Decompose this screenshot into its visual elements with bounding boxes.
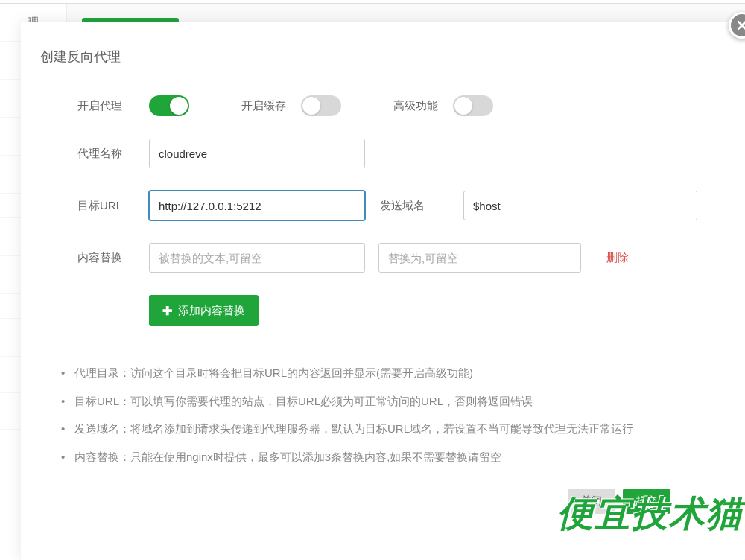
help-item-directory: 代理目录：访问这个目录时将会把目标URL的内容返回并显示(需要开启高级功能) bbox=[55, 363, 708, 383]
help-item-replace: 内容替换：只能在使用nginx时提供，最多可以添加3条替换内容,如果不需要替换请… bbox=[55, 448, 708, 467]
url-row: 目标URL 发送域名 bbox=[77, 191, 708, 220]
send-domain-label: 发送域名 bbox=[380, 199, 448, 213]
toggle-knob bbox=[302, 97, 320, 115]
reverse-proxy-modal: 创建反向代理 开启代理 开启缓存 高级功能 bbox=[21, 22, 745, 560]
advanced-toggle-label: 高级功能 bbox=[393, 99, 438, 113]
advanced-toggle-group: 高级功能 bbox=[393, 95, 493, 116]
name-label: 代理名称 bbox=[77, 147, 149, 161]
replace-row: 内容替换 删除 bbox=[77, 243, 708, 273]
delete-replace-link[interactable]: 删除 bbox=[606, 251, 629, 265]
proxy-name-input[interactable] bbox=[149, 139, 365, 168]
advanced-toggle[interactable] bbox=[453, 95, 493, 116]
send-domain-input[interactable] bbox=[463, 191, 697, 220]
target-url-input[interactable] bbox=[149, 191, 365, 220]
replace-to-input[interactable] bbox=[378, 243, 581, 273]
cache-toggle-group: 开启缓存 bbox=[241, 95, 341, 116]
add-replace-button[interactable]: ✚ 添加内容替换 bbox=[149, 295, 259, 326]
bg-top-bar bbox=[0, 0, 745, 4]
modal-body: 开启代理 开启缓存 高级功能 bbox=[21, 66, 745, 529]
toggle-knob bbox=[170, 97, 188, 115]
modal-title: 创建反向代理 bbox=[21, 22, 745, 66]
plus-icon: ✚ bbox=[162, 304, 172, 318]
add-button-label: 添加内容替换 bbox=[178, 304, 245, 318]
toggle-knob bbox=[454, 97, 472, 115]
cancel-button[interactable]: 关闭 bbox=[568, 489, 615, 514]
submit-button[interactable]: 提交 bbox=[623, 489, 670, 514]
modal-footer: 关闭 提交 bbox=[77, 475, 708, 514]
help-item-domain: 发送域名：将域名添加到请求头传递到代理服务器，默认为目标URL域名，若设置不当可… bbox=[55, 419, 708, 439]
replace-from-input[interactable] bbox=[149, 243, 365, 273]
proxy-toggle[interactable] bbox=[149, 95, 189, 116]
name-row: 代理名称 bbox=[77, 139, 708, 168]
cache-toggle[interactable] bbox=[301, 95, 341, 116]
cache-toggle-label: 开启缓存 bbox=[241, 99, 286, 113]
toggle-row: 开启代理 开启缓存 高级功能 bbox=[77, 95, 708, 116]
proxy-toggle-label: 开启代理 bbox=[77, 99, 149, 113]
replace-label: 内容替换 bbox=[77, 251, 149, 265]
help-list: 代理目录：访问这个目录时将会把目标URL的内容返回并显示(需要开启高级功能) 目… bbox=[55, 363, 708, 466]
help-item-url: 目标URL：可以填写你需要代理的站点，目标URL必须为可正常访问的URL，否则将… bbox=[55, 392, 708, 411]
close-icon bbox=[735, 19, 745, 32]
add-row: ✚ 添加内容替换 bbox=[77, 295, 708, 326]
url-label: 目标URL bbox=[77, 199, 149, 213]
